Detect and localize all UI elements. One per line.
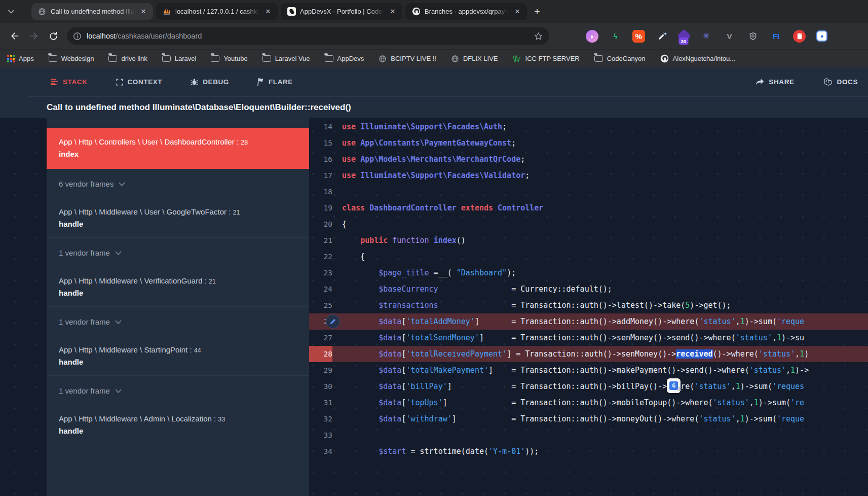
browser-tab-3[interactable]: AppDevsX - Portfolio | CodeCan✕ — [281, 3, 402, 20]
bookmark-bciptv-live[interactable]: BCIPTV LIVE !! — [379, 55, 436, 63]
code-text: $data['totalReceivedPayment'] = Transact… — [332, 346, 868, 362]
line-number: 32 — [309, 411, 332, 427]
bookmark-label: ICC FTP SERVER — [525, 55, 580, 62]
bookmark-label: CodeCanyon — [607, 55, 646, 62]
site-info-icon — [73, 32, 82, 41]
bookmark-label: AppDevs — [337, 55, 364, 62]
bookmark-webdesign[interactable]: Webdesign — [49, 55, 94, 62]
github-favicon-icon — [411, 7, 421, 16]
flare-flag-icon — [257, 78, 264, 86]
code-line: 27 $data['totalSendMoney'] = Transaction… — [309, 330, 868, 346]
bookmark-dflix-live[interactable]: DFLIX LIVE — [451, 55, 498, 63]
reload-button[interactable] — [45, 27, 62, 45]
bookmark-drive-link[interactable]: drive link — [108, 55, 147, 62]
extension-purple-diamond-icon[interactable]: 30 — [677, 29, 691, 43]
line-number: 30 — [309, 378, 332, 395]
tab-close-icon[interactable]: ✕ — [139, 7, 148, 16]
docs-button[interactable]: DOCS — [824, 78, 858, 86]
code-text: { — [332, 249, 868, 265]
stack-frame[interactable]: App \ Http \ Middleware \ VerificationGu… — [47, 268, 309, 306]
browser-tab-4[interactable]: Branches · appdevsx/qrpay-web✕ — [405, 3, 527, 20]
bookmark-star-icon[interactable] — [534, 31, 543, 41]
code-line: 33 — [309, 427, 868, 443]
back-button[interactable] — [6, 27, 23, 45]
globe-favicon-icon — [37, 7, 47, 16]
tab-close-icon[interactable]: ✕ — [513, 7, 522, 16]
extension-red-circle-icon[interactable] — [793, 30, 806, 43]
frame-line-number: 44 — [194, 347, 201, 354]
tab-flare[interactable]: FLARE — [257, 78, 293, 86]
new-tab-button[interactable]: + — [530, 5, 544, 19]
line-number: 31 — [309, 395, 332, 411]
frame-line-number: 33 — [218, 416, 225, 423]
code-text: $start = strtotime(date('Y-m-01')); — [332, 443, 868, 459]
stack-frame[interactable]: App \ Http \ Middleware \ User \ GoogleT… — [47, 199, 309, 237]
edit-pencil-icon[interactable] — [326, 314, 340, 329]
address-bar[interactable]: localhost/cashkasa/user/dashboard — [67, 27, 549, 45]
share-button[interactable]: SHARE — [756, 78, 794, 86]
bookmark-label: Youtube — [223, 55, 247, 62]
extension-green-figure-icon[interactable]: ϟ — [609, 30, 622, 43]
line-number: 34 — [309, 443, 332, 459]
forward-button[interactable] — [25, 27, 43, 45]
google-translate-icon[interactable]: G — [667, 378, 681, 393]
line-number: 29 — [309, 362, 332, 378]
line-number: 15 — [309, 135, 332, 151]
bookmark-laravel-vue[interactable]: Laravel Vue — [262, 55, 310, 62]
extension-shield-icon[interactable] — [746, 30, 759, 43]
bookmark-codecanyon[interactable]: CodeCanyon — [594, 55, 646, 62]
frame-method: handle — [59, 289, 297, 297]
extension-purple-circle-icon[interactable]: ◗ — [586, 30, 598, 43]
tab-search-chevron-icon[interactable] — [4, 5, 18, 19]
github-icon — [660, 54, 669, 63]
tab-stack[interactable]: STACK — [51, 78, 88, 86]
extension-badge: 30 — [679, 38, 689, 45]
tab-close-icon[interactable]: ✕ — [263, 7, 273, 16]
stack-frame-active[interactable]: App \ Http \ Controllers \ User \ Dashbo… — [47, 128, 309, 169]
vendor-frames-toggle[interactable]: 6 vendor frames — [47, 169, 309, 199]
bookmark-youtube[interactable]: Youtube — [211, 55, 247, 62]
vendor-frames-toggle[interactable]: 1 vendor frame — [47, 237, 309, 268]
code-text: $page_title =__( "Dashboard"); — [332, 265, 868, 281]
bookmark-label: Webdesign — [61, 55, 94, 62]
frame-path: App \ Http \ Middleware \ StartingPoint … — [59, 345, 297, 354]
tab-close-icon[interactable]: ✕ — [388, 7, 397, 16]
vendor-frames-toggle[interactable]: 1 vendor frame — [47, 306, 309, 337]
folder-icon — [162, 55, 171, 62]
bug-icon — [191, 78, 198, 86]
code-text: $data['withdraw'] = Transaction::auth()-… — [332, 411, 868, 427]
tab-context[interactable]: CONTEXT — [116, 78, 163, 86]
bookmark-apps[interactable]: Apps — [7, 55, 34, 62]
bookmark-icc-ftp-server[interactable]: ICC FTP SERVER — [513, 55, 580, 62]
extension-orange-percent-icon[interactable]: % — [632, 30, 645, 43]
extension-vue-icon[interactable]: V — [723, 30, 736, 43]
extension-eyedropper-icon[interactable] — [656, 30, 668, 43]
chevron-down-icon — [119, 180, 125, 188]
frame-path: App \ Http \ Middleware \ Admin \ Locali… — [59, 414, 297, 423]
frame-path: App \ Http \ Middleware \ VerificationGu… — [59, 276, 297, 285]
browser-tab-2[interactable]: localhost / 127.0.0.1 / cashkasa✕ — [156, 3, 278, 20]
code-text: use App\Models\Merchants\MerchantQrCode; — [332, 151, 868, 167]
stack-frame[interactable]: App \ Http \ Middleware \ StartingPoint … — [47, 337, 309, 375]
line-number: 21 — [309, 232, 332, 249]
vendor-frames-toggle[interactable]: 1 vendor frame — [47, 375, 309, 406]
bookmark-alexnguetcha-intou[interactable]: AlexNguetcha/intou... — [660, 54, 736, 63]
line-number: 20 — [309, 216, 332, 232]
extension-blue-dot-icon[interactable]: ● — [816, 30, 827, 42]
bookmark-appdevs[interactable]: AppDevs — [325, 55, 364, 62]
globe-icon — [379, 55, 387, 63]
code-text: $data['totalAddMoney'] = Transaction::au… — [332, 313, 868, 330]
bookmark-laravel[interactable]: Laravel — [162, 55, 197, 62]
code-line: 31 $data['topUps'] = Transaction::auth()… — [309, 395, 868, 411]
line-number: 25 — [309, 297, 332, 313]
bird-favicon-icon — [287, 7, 296, 16]
tabs-container: Call to undefined method Illumi✕localhos… — [31, 3, 530, 20]
tab-debug[interactable]: DEBUG — [191, 78, 229, 86]
extension-fonts-icon[interactable]: FI — [770, 30, 782, 43]
code-line: 23 $page_title =__( "Dashboard"); — [309, 265, 868, 281]
stack-frame[interactable]: App \ Http \ Middleware \ Admin \ Locali… — [47, 406, 309, 444]
browser-tab-1[interactable]: Call to undefined method Illumi✕ — [31, 3, 153, 20]
extension-blue-burst-icon[interactable]: ✳ — [700, 30, 712, 43]
share-arrow-icon — [756, 78, 764, 86]
code-text: $transactions = Transaction::auth()->lat… — [332, 297, 868, 313]
